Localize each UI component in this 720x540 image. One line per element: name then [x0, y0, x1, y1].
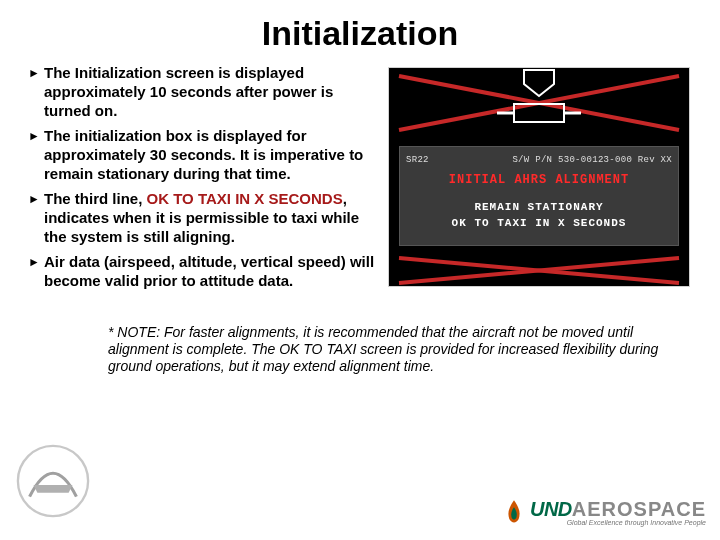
pfd-panel: SR22 S/W P/N 530-00123-000 Rev XX INITIA… [388, 67, 704, 296]
pfd-line-1: INITIAL AHRS ALIGNMENT [406, 173, 672, 187]
pfd-sw-label: S/W P/N 530-00123-000 Rev XX [512, 155, 672, 165]
pfd-screen: SR22 S/W P/N 530-00123-000 Rev XX INITIA… [388, 67, 690, 287]
list-item: ► The third line, OK TO TAXI IN X SECOND… [28, 189, 380, 246]
highlight-text: OK TO TAXI IN X SECONDS [147, 190, 343, 207]
brand-aerospace: AEROSPACE [572, 498, 706, 520]
svg-rect-5 [514, 104, 564, 122]
note-row: * NOTE: For faster alignments, it is rec… [108, 324, 660, 375]
bullet-text: The third line, OK TO TAXI IN X SECONDS,… [44, 189, 380, 246]
pfd-line-3: OK TO TAXI IN X SECONDS [406, 217, 672, 229]
slide-title: Initialization [0, 14, 720, 53]
bullet-list: ► The Initialization screen is displayed… [28, 63, 380, 296]
bullet-text: The initialization box is displayed for … [44, 126, 380, 183]
content-row: ► The Initialization screen is displayed… [0, 63, 720, 296]
bullet-text: The Initialization screen is displayed a… [44, 63, 380, 120]
bullet-marker-icon: ► [28, 189, 44, 209]
und-aerospace-logo: UNDAEROSPACE Global Excellence through I… [500, 498, 706, 526]
und-logo-icon [14, 442, 92, 520]
pfd-model-label: SR22 [406, 155, 429, 165]
bullet-text: Air data (airspeed, altitude, vertical s… [44, 252, 380, 290]
bullet-prefix: The third line, [44, 190, 147, 207]
pfd-symbol-icon [389, 68, 689, 146]
alignment-message-box: SR22 S/W P/N 530-00123-000 Rev XX INITIA… [399, 146, 679, 246]
bullet-marker-icon: ► [28, 126, 44, 146]
bullet-marker-icon: ► [28, 63, 44, 83]
note-text: * NOTE: For faster alignments, it is rec… [108, 324, 660, 375]
pfd-line-2: REMAIN STATIONARY [406, 201, 672, 213]
list-item: ► Air data (airspeed, altitude, vertical… [28, 252, 380, 290]
flame-icon [500, 498, 528, 526]
brand-und: UND [530, 498, 572, 520]
list-item: ► The Initialization screen is displayed… [28, 63, 380, 120]
svg-point-8 [18, 446, 88, 516]
list-item: ► The initialization box is displayed fo… [28, 126, 380, 183]
bullet-marker-icon: ► [28, 252, 44, 272]
svg-marker-4 [524, 70, 554, 96]
